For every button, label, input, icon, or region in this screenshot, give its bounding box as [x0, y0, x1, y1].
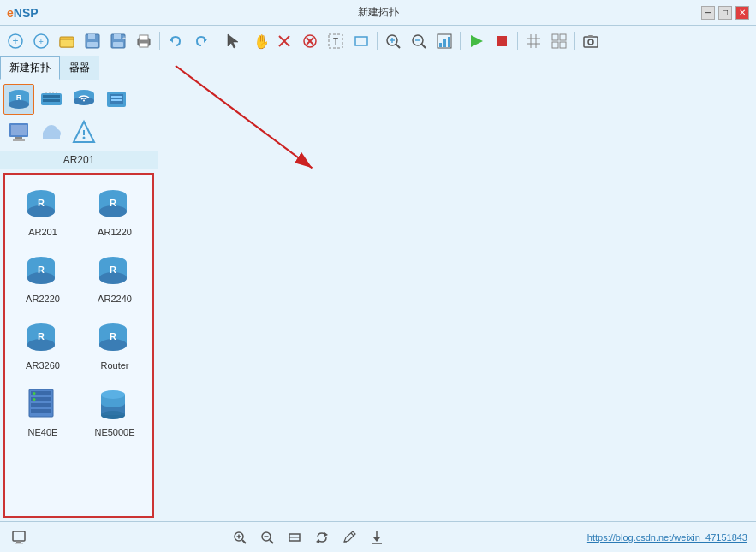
svg-rect-129: [13, 531, 25, 541]
device-name-ar3260: AR3260: [26, 360, 60, 371]
device-item-ar3260[interactable]: R AR3260: [9, 312, 77, 375]
open-button[interactable]: [55, 29, 79, 53]
status-left: [9, 527, 29, 548]
new-topology-button[interactable]: +: [3, 29, 27, 53]
device-item-router[interactable]: R Router: [80, 312, 149, 375]
device-type-cloud[interactable]: [36, 116, 67, 147]
sep5: [517, 32, 518, 50]
download-button[interactable]: [366, 527, 387, 548]
device-name-ne5000e: NE5000E: [94, 427, 134, 437]
save-as-button[interactable]: +: [106, 29, 130, 53]
device-type-pc[interactable]: [3, 116, 34, 147]
device-name-ar2240: AR2240: [98, 294, 132, 304]
svg-rect-74: [11, 125, 27, 135]
svg-rect-49: [584, 37, 598, 47]
svg-line-133: [242, 540, 246, 543]
stop-button[interactable]: [490, 29, 514, 53]
svg-rect-11: [113, 42, 123, 47]
svg-text:+: +: [39, 37, 44, 46]
canvas-area[interactable]: [158, 56, 756, 521]
svg-point-125: [101, 390, 125, 399]
pan-tool-button[interactable]: ✋: [247, 29, 271, 53]
window-controls: ─ □ ✕: [701, 6, 749, 20]
csdn-link[interactable]: https://blog.csdn.net/weixin_47151843: [587, 532, 747, 543]
text-tool-button[interactable]: T: [324, 29, 348, 53]
device-item-ne40e[interactable]: NE40E: [9, 378, 77, 442]
device-icon-ar2220: R: [22, 251, 63, 292]
status-center: [229, 527, 387, 548]
svg-rect-117: [31, 403, 51, 407]
device-list: R AR201 R: [3, 173, 154, 518]
delete-button[interactable]: [272, 29, 296, 53]
edit-button[interactable]: [339, 527, 360, 548]
category-label: AR201: [0, 151, 158, 169]
monitor-button[interactable]: [9, 527, 29, 548]
svg-point-120: [33, 398, 36, 401]
device-icon-ne5000e: [94, 384, 135, 425]
device-type-switch[interactable]: [36, 84, 67, 115]
status-bar: https://blog.csdn.net/weixin_47151843: [0, 521, 756, 552]
svg-rect-47: [552, 42, 558, 48]
device-grid: R AR201 R: [5, 175, 152, 445]
svg-line-143: [351, 533, 354, 536]
svg-text:R: R: [110, 264, 116, 275]
device-type-other[interactable]: [68, 116, 99, 147]
tab-devices[interactable]: 器器: [60, 56, 99, 80]
zoom-reset-button[interactable]: [284, 527, 305, 548]
save-button[interactable]: [80, 29, 104, 53]
svg-rect-71: [111, 96, 122, 98]
rectangle-tool-button[interactable]: [349, 29, 373, 53]
minimize-button[interactable]: ─: [701, 6, 715, 20]
device-type-wireless[interactable]: [68, 84, 99, 115]
close-button[interactable]: ✕: [735, 6, 749, 20]
svg-rect-58: [43, 95, 60, 98]
grid-button[interactable]: [521, 29, 545, 53]
title-bar: eNSP 新建拓扑 ─ □ ✕: [0, 0, 756, 26]
redo-button[interactable]: [189, 29, 213, 53]
diagram-button[interactable]: [432, 29, 456, 53]
svg-rect-51: [588, 35, 593, 38]
rotate-button[interactable]: [312, 527, 332, 548]
svg-rect-40: [497, 36, 507, 46]
svg-rect-10: [114, 34, 121, 39]
svg-text:+: +: [122, 35, 126, 41]
device-name-ar1220: AR1220: [98, 227, 132, 237]
zoom-in-button[interactable]: [229, 527, 250, 548]
device-item-ne5000e[interactable]: NE5000E: [80, 378, 149, 442]
device-type-router[interactable]: R: [3, 84, 34, 115]
capture-button[interactable]: [579, 29, 603, 53]
main-layout: 新建拓扑 器器 R: [0, 56, 756, 521]
undo-button[interactable]: [164, 29, 188, 53]
svg-rect-27: [355, 37, 367, 45]
svg-line-137: [270, 540, 273, 543]
device-item-ar201[interactable]: R AR201: [9, 178, 77, 241]
svg-point-126: [101, 411, 125, 419]
svg-rect-76: [13, 139, 25, 141]
select-tool-button[interactable]: [221, 29, 245, 53]
svg-point-83: [83, 137, 86, 139]
zoom-out-button[interactable]: [257, 527, 277, 548]
device-item-ar2220[interactable]: R AR2220: [9, 245, 77, 308]
zoom-in-area-button[interactable]: [381, 29, 405, 53]
zoom-out-area-button[interactable]: [407, 29, 431, 53]
print-button[interactable]: [132, 29, 156, 53]
svg-text:R: R: [38, 198, 45, 208]
device-icon-ar3260: R: [22, 318, 63, 359]
svg-rect-59: [43, 99, 60, 102]
device-type-firewall[interactable]: [101, 84, 132, 115]
add-button[interactable]: +: [29, 29, 53, 53]
device-item-ar1220[interactable]: R AR1220: [80, 178, 149, 241]
svg-rect-37: [443, 39, 446, 47]
svg-rect-46: [560, 34, 566, 40]
tab-new-topology[interactable]: 新建拓扑: [0, 56, 60, 80]
device-item-ar2240[interactable]: R AR2240: [80, 245, 149, 308]
start-button[interactable]: [464, 29, 488, 53]
delete2-button[interactable]: [298, 29, 322, 53]
svg-text:R: R: [110, 331, 116, 341]
layout-button[interactable]: [547, 29, 571, 53]
svg-text:R: R: [38, 264, 45, 275]
svg-text:R: R: [110, 198, 116, 208]
maximize-button[interactable]: □: [718, 6, 732, 20]
svg-rect-8: [87, 42, 98, 47]
device-icon-router: R: [94, 318, 135, 359]
